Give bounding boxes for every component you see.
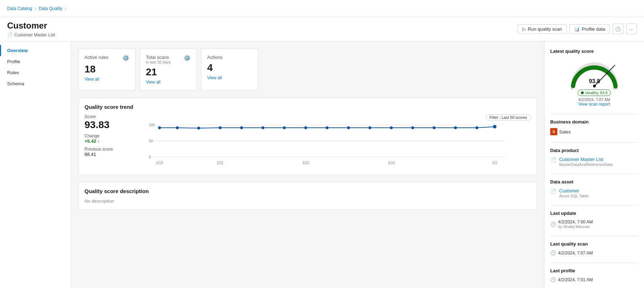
clock-icon-profile: 🕐 xyxy=(550,277,556,282)
scan-date: 4/2/2024, 7:07 AM xyxy=(578,97,610,102)
last-quality-scan-section: Last quality scan 🕐 4/2/2024, 7:07 AM xyxy=(550,241,638,256)
data-asset-link[interactable]: Customer xyxy=(559,188,579,193)
svg-text:4/2: 4/2 xyxy=(492,161,497,165)
svg-text:0: 0 xyxy=(571,87,573,90)
divider-4 xyxy=(550,205,638,206)
divider-1 xyxy=(550,114,638,114)
prev-score-value: 88.41 xyxy=(85,152,113,157)
last-profile-title: Last profile xyxy=(550,268,638,273)
page-header: Customer 📄 Customer Master List ▷ Run qu… xyxy=(0,17,644,41)
clock-icon-scan: 🕐 xyxy=(550,250,556,256)
play-icon: ▷ xyxy=(522,26,526,32)
divider-5 xyxy=(550,236,638,236)
data-product-title: Data product xyxy=(550,148,638,153)
business-domain-section: Business domain S Sales xyxy=(550,119,638,135)
total-scans-card: Total scans in last 30 days ⚙️ 21 View a… xyxy=(140,49,197,91)
card-header-scans: Total scans in last 30 days ⚙️ xyxy=(146,55,191,64)
actions-card: Actions 4 View all xyxy=(201,49,258,91)
sidebar-item-rules[interactable]: Rules xyxy=(0,67,71,78)
view-scan-report-link[interactable]: View scan report xyxy=(578,102,610,107)
card-title-scans: Total scans in last 30 days xyxy=(146,55,171,64)
domain-icon: S xyxy=(550,128,557,135)
svg-point-18 xyxy=(412,126,414,129)
sidebar-item-overview[interactable]: Overview xyxy=(0,45,71,56)
breadcrumb-data-catalog[interactable]: Data Catalog xyxy=(7,6,32,11)
data-asset-title: Data asset xyxy=(550,179,638,185)
divider-6 xyxy=(550,263,638,263)
profile-data-button[interactable]: 📊 Profile data xyxy=(569,24,610,34)
last-profile-row: 🕐 4/2/2024, 7:01 AM xyxy=(550,277,638,282)
more-options-button[interactable]: 🕐 xyxy=(613,24,623,34)
svg-text:100: 100 xyxy=(149,123,155,127)
scans-icon: ⚙️ xyxy=(184,55,191,61)
content-area: Active rules ⚙️ 18 View all Total scans … xyxy=(71,41,544,288)
svg-text:0: 0 xyxy=(149,155,151,159)
data-product-row: 📄 Customer Master List MasterDataAndRefe… xyxy=(550,157,638,167)
svg-text:100: 100 xyxy=(612,87,618,90)
last-profile-section: Last profile 🕐 4/2/2024, 7:01 AM xyxy=(550,268,638,282)
latest-quality-score-title: Latest quality score xyxy=(550,49,638,54)
actions-value: 4 xyxy=(207,62,252,74)
data-asset-section: Data asset 📄 Customer Azure SQL Table xyxy=(550,179,638,198)
sidebar-schema-label: Schema xyxy=(7,81,24,86)
ellipsis-button[interactable]: ··· xyxy=(626,24,637,34)
svg-point-7 xyxy=(176,126,179,129)
actions-view-all[interactable]: View all xyxy=(207,75,222,80)
data-asset-info: Customer Azure SQL Table xyxy=(559,188,589,198)
data-product-sub: MasterDataAndReferenceData xyxy=(559,162,613,167)
active-rules-view-all[interactable]: View all xyxy=(85,77,99,82)
data-product-section: Data product 📄 Customer Master List Mast… xyxy=(550,148,638,167)
svg-point-12 xyxy=(283,126,286,129)
run-quality-scan-button[interactable]: ▷ Run quality scan xyxy=(518,24,567,34)
quality-desc-section: Quality score description No description xyxy=(78,182,537,210)
active-rules-value: 18 xyxy=(85,64,129,75)
breadcrumb-data-quality[interactable]: Data Quality xyxy=(39,6,62,11)
divider-2 xyxy=(550,142,638,143)
healthy-dot xyxy=(581,91,584,94)
sidebar-item-profile[interactable]: Profile xyxy=(0,56,71,67)
prev-score-label: Previous score xyxy=(85,147,113,152)
main-layout: Overview Profile Rules Schema Active rul… xyxy=(0,41,644,288)
svg-point-19 xyxy=(433,126,436,129)
card-header-actions: Actions xyxy=(207,55,252,60)
svg-point-21 xyxy=(476,126,479,129)
svg-text:50: 50 xyxy=(149,139,153,143)
data-product-link[interactable]: Customer Master List xyxy=(559,157,603,162)
chart-area: Filter : Last 50 scores 100 50 0 xyxy=(123,114,531,169)
breadcrumb-sep2: › xyxy=(65,6,66,11)
divider-3 xyxy=(550,174,638,174)
dots-icon: ··· xyxy=(630,26,634,32)
filter-badge[interactable]: Filter : Last 50 scores xyxy=(486,114,531,121)
sidebar-overview-label: Overview xyxy=(7,48,28,53)
data-product-info: Customer Master List MasterDataAndRefere… xyxy=(559,157,613,167)
sidebar-profile-label: Profile xyxy=(7,59,20,64)
svg-text:3/19: 3/19 xyxy=(156,161,163,165)
last-quality-scan-row: 🕐 4/2/2024, 7:07 AM xyxy=(550,250,638,256)
domain-name: Sales xyxy=(559,129,571,135)
clock-icon-update: 🕐 xyxy=(550,222,556,227)
header-actions: ▷ Run quality scan 📊 Profile data 🕐 ··· xyxy=(518,21,637,34)
no-description-text: No description xyxy=(85,198,531,204)
last-update-by: by Shafiq Mannan xyxy=(558,224,593,229)
last-update-title: Last update xyxy=(550,211,638,216)
quality-trend-section: Quality score trend Score 93.83 Change +… xyxy=(78,98,537,175)
sidebar-item-schema[interactable]: Schema xyxy=(0,78,71,89)
last-update-section: Last update 🕐 4/2/2024, 7:00 AM by Shafi… xyxy=(550,211,638,229)
business-domain-title: Business domain xyxy=(550,119,638,125)
svg-point-17 xyxy=(390,126,393,129)
page-title-area: Customer 📄 Customer Master List xyxy=(7,21,55,41)
chart-icon: 📊 xyxy=(574,26,580,32)
svg-text:3/21: 3/21 xyxy=(217,161,224,165)
svg-text:3/24: 3/24 xyxy=(388,161,395,165)
card-title-rules: Active rules xyxy=(85,55,108,60)
page-title: Customer xyxy=(7,21,55,31)
sidebar: Overview Profile Rules Schema xyxy=(0,41,71,288)
total-scans-view-all[interactable]: View all xyxy=(146,80,160,85)
active-rules-card: Active rules ⚙️ 18 View all xyxy=(78,49,136,91)
breadcrumb-sep1: › xyxy=(35,6,36,11)
svg-point-13 xyxy=(305,126,307,129)
right-panel: Latest quality score 0 100 93.8 xyxy=(544,41,644,288)
last-quality-scan-date: 4/2/2024, 7:07 AM xyxy=(558,251,593,256)
desc-section-title: Quality score description xyxy=(85,188,531,194)
gauge-chart: 0 100 93.8 xyxy=(566,57,623,90)
